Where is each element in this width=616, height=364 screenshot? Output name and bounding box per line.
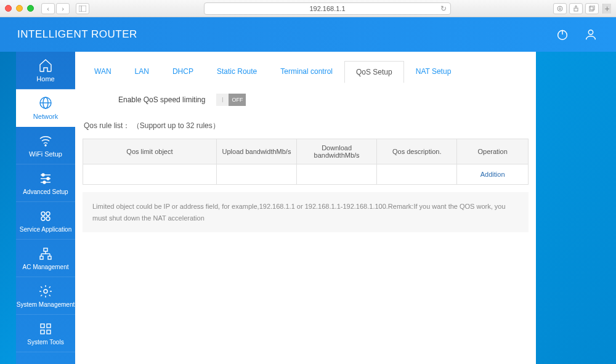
svg-point-10 [588,30,593,34]
sidebar-item-advanced[interactable]: Advanced Setup [16,164,75,202]
tab-terminal-control[interactable]: Terminal control [269,60,344,83]
sidebar-item-ac[interactable]: AC Management [16,240,75,277]
col-download: Download bandwidthMb/s [297,139,377,164]
close-window-button[interactable] [5,5,12,12]
url-bar[interactable]: 192.168.1.1 ↻ [204,2,451,15]
app-header: INTELLIGENT ROUTER [0,17,616,52]
rule-list-label: Qos rule list： [84,121,130,130]
qos-rules-table: Qos limit object Upload bandwidthMb/s Do… [83,139,529,185]
refresh-icon[interactable]: ↻ [440,4,447,13]
col-desc: Qos description. [377,139,457,164]
cell-object [83,164,217,185]
forward-button[interactable]: › [56,3,70,14]
main-content: WAN LAN DHCP Static Route Terminal contr… [75,52,536,364]
cell-upload [216,164,296,185]
sidebar-item-sysmgmt[interactable]: System Management [16,277,75,315]
svg-point-21 [41,212,45,216]
svg-rect-27 [48,256,51,259]
svg-point-16 [42,174,44,176]
svg-point-14 [45,145,46,146]
svg-rect-36 [47,330,51,334]
tab-static-route[interactable]: Static Route [205,60,269,83]
svg-rect-7 [590,6,594,10]
sidebar-item-wifi[interactable]: WiFi Setup [16,127,75,164]
sidebar-label: Network [33,113,58,120]
svg-rect-26 [40,256,43,259]
svg-rect-33 [41,324,44,328]
addition-link[interactable]: Addition [480,171,505,178]
browser-toolbar: ‹ › 192.168.1.1 ↻ + [0,0,616,17]
wifi-icon [38,133,53,148]
sidebar-item-network[interactable]: Network [16,89,75,127]
gear-icon [38,284,53,299]
tabs: WAN LAN DHCP Static Route Terminal contr… [75,52,536,83]
qos-remark: Limited object could be IP or address fi… [83,192,529,232]
svg-rect-25 [44,248,47,251]
share-button[interactable] [569,3,583,14]
tab-wan[interactable]: WAN [83,60,123,83]
tabs-button[interactable] [585,3,599,14]
cell-download [297,164,377,185]
sidebar-label: Advanced Setup [23,188,68,195]
tab-lan[interactable]: LAN [123,60,161,83]
qos-enable-toggle[interactable]: I OFF [216,94,246,106]
svg-point-23 [41,217,45,220]
sidebar-label: System Tools [27,339,63,346]
sidebar-item-tools[interactable]: System Tools [16,315,75,352]
col-upload: Upload bandwidthMb/s [216,139,296,164]
svg-point-22 [46,212,50,216]
sidebar-label: Service Application [20,226,72,233]
qos-enable-label: Enable QoS speed limiting [118,95,205,104]
svg-point-32 [44,289,47,293]
svg-rect-0 [79,6,86,12]
svg-point-24 [46,217,50,220]
downloads-button[interactable] [553,3,567,14]
back-button[interactable]: ‹ [41,3,55,14]
table-row: Addition [83,164,529,185]
tab-dhcp[interactable]: DHCP [161,60,205,83]
rule-list-hint: （Support up to 32 rules） [132,121,220,130]
sliders-icon [38,171,53,186]
tab-qos-setup[interactable]: QoS Setup [344,61,404,83]
power-icon[interactable] [554,26,570,42]
new-tab-button[interactable]: + [602,4,611,14]
svg-point-18 [47,177,49,180]
sidebar: Home Network WiFi Setup Advanced Setup S… [16,52,75,364]
cell-desc [377,164,457,185]
sidebar-label: WiFi Setup [29,150,62,158]
sidebar-label: System Management [17,301,75,308]
sidebar-item-service[interactable]: Service Application [16,202,75,240]
svg-rect-35 [41,330,44,334]
sidebar-item-home[interactable]: Home [16,52,75,89]
col-operation: Operation [457,139,529,164]
sidebar-toggle-button[interactable] [76,3,89,14]
window-controls [5,5,34,12]
col-object: Qos limit object [83,139,217,164]
minimize-window-button[interactable] [16,5,23,12]
grid-icon [38,322,53,336]
globe-icon [38,95,53,110]
sidebar-label: AC Management [22,264,68,270]
home-icon [38,58,53,73]
apps-icon [38,209,53,224]
sidebar-label: Home [36,75,54,83]
url-text: 192.168.1.1 [309,5,345,12]
toggle-off-label: OFF [229,94,246,106]
network-tree-icon [38,246,53,261]
svg-point-20 [43,181,46,184]
maximize-window-button[interactable] [27,5,34,12]
toggle-on-icon: I [216,94,229,106]
brand-title: INTELLIGENT ROUTER [17,28,137,41]
svg-rect-34 [47,324,51,328]
tab-nat-setup[interactable]: NAT Setup [404,60,463,83]
svg-rect-6 [589,7,593,11]
user-icon[interactable] [583,26,599,42]
